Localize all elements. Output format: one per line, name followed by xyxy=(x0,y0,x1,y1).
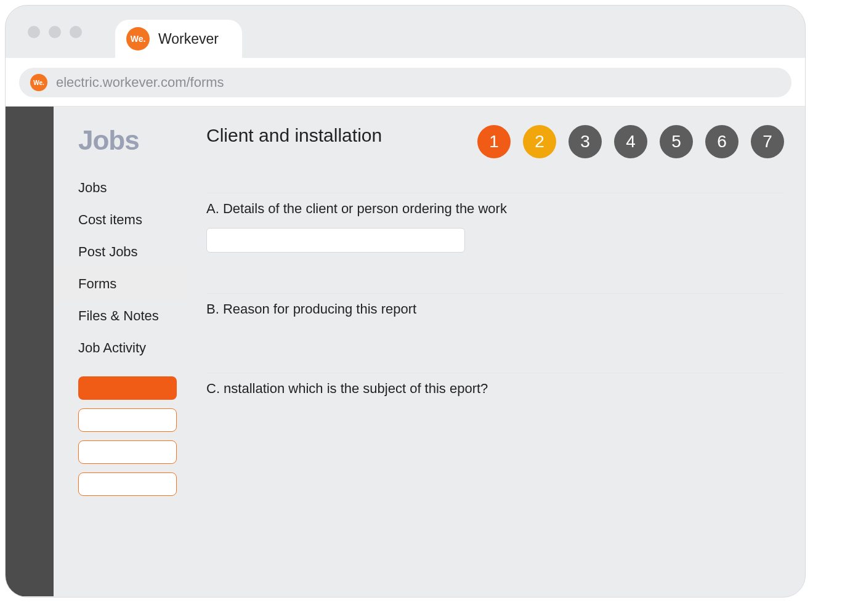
sidebar-actions xyxy=(54,364,189,496)
app-nav-rail xyxy=(6,107,54,596)
url-text: electric.workever.com/forms xyxy=(56,75,224,91)
step-1[interactable]: 1 xyxy=(477,125,511,158)
step-6[interactable]: 6 xyxy=(705,125,739,158)
step-indicator: 1 2 3 4 5 6 7 xyxy=(477,125,784,158)
sidebar-item-jobs[interactable]: Jobs xyxy=(54,172,189,204)
window-controls xyxy=(28,26,82,38)
section-b-skeleton-2 xyxy=(206,343,268,351)
step-4[interactable]: 4 xyxy=(614,125,647,158)
tab-bar: We. Workever xyxy=(6,6,805,58)
section-b: B. Reason for producing this report xyxy=(206,293,784,351)
form-header: Client and installation 1 2 3 4 5 6 7 xyxy=(206,125,784,171)
section-a: A. Details of the client or person order… xyxy=(206,193,784,271)
sidebar-item-files-notes[interactable]: Files & Notes xyxy=(54,300,189,332)
address-bar[interactable]: We. electric.workever.com/forms xyxy=(19,68,791,97)
workever-favicon-small: We. xyxy=(30,74,47,91)
favicon-text: We. xyxy=(131,34,146,44)
section-c-skeleton-4 xyxy=(206,452,243,460)
section-c-skeleton-2 xyxy=(206,423,280,430)
step-2[interactable]: 2 xyxy=(523,125,556,158)
step-7[interactable]: 7 xyxy=(751,125,784,158)
section-a-skeleton xyxy=(206,264,539,271)
section-c-skeleton-3 xyxy=(206,437,296,445)
sidebar-item-forms[interactable]: Forms xyxy=(54,268,189,300)
workever-favicon: We. xyxy=(126,27,150,51)
browser-window: We. Workever We. electric.workever.com/f… xyxy=(5,5,806,598)
address-bar-area: We. electric.workever.com/forms xyxy=(6,58,805,107)
subtitle-skeleton-1 xyxy=(206,152,342,158)
sidebar-item-cost-items[interactable]: Cost items xyxy=(54,204,189,236)
secondary-action-button-1[interactable] xyxy=(78,408,177,432)
section-b-label: B. Reason for producing this report xyxy=(206,301,784,317)
form-main: Client and installation 1 2 3 4 5 6 7 A.… xyxy=(189,107,805,596)
browser-tab[interactable]: We. Workever xyxy=(115,20,242,58)
subtitle-skeleton-2 xyxy=(206,164,311,171)
section-a-label: A. Details of the client or person order… xyxy=(206,201,784,217)
sidebar-item-job-activity[interactable]: Job Activity xyxy=(54,332,189,364)
step-3[interactable]: 3 xyxy=(569,125,602,158)
favicon-text-small: We. xyxy=(33,79,44,86)
sidebar-item-post-jobs[interactable]: Post Jobs xyxy=(54,236,189,268)
maximize-window-dot[interactable] xyxy=(70,26,82,38)
secondary-action-button-3[interactable] xyxy=(78,472,177,496)
section-c: C. nstallation which is the subject of t… xyxy=(206,373,784,460)
form-title: Client and installation xyxy=(206,125,382,146)
minimize-window-dot[interactable] xyxy=(49,26,61,38)
sidebar-items: Jobs Cost items Post Jobs Forms Files & … xyxy=(54,172,189,364)
form-title-block: Client and installation xyxy=(206,125,382,171)
section-c-skeleton-1 xyxy=(206,408,302,415)
secondary-action-button-2[interactable] xyxy=(78,440,177,464)
primary-action-button[interactable] xyxy=(78,376,177,400)
close-window-dot[interactable] xyxy=(28,26,40,38)
step-5[interactable]: 5 xyxy=(660,125,693,158)
content-area: Jobs Jobs Cost items Post Jobs Forms Fil… xyxy=(6,107,805,596)
sidebar: Jobs Jobs Cost items Post Jobs Forms Fil… xyxy=(54,107,189,596)
tab-title: Workever xyxy=(158,31,219,47)
client-details-input[interactable] xyxy=(206,228,465,253)
section-c-label: C. nstallation which is the subject of t… xyxy=(206,381,784,397)
sidebar-heading: Jobs xyxy=(54,125,189,156)
section-b-skeleton-1 xyxy=(206,328,286,336)
